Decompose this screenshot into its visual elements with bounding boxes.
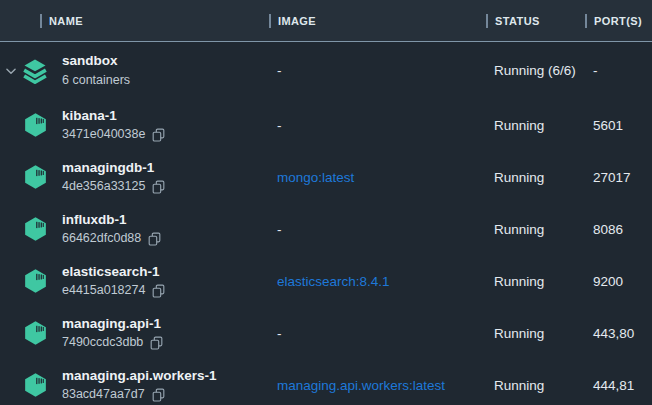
- row-type-icon: [21, 56, 49, 86]
- compose-stack-icon: [21, 56, 49, 86]
- container-subline: 6 containers: [62, 72, 130, 89]
- container-name: managing.api-1: [62, 315, 164, 333]
- copy-icon[interactable]: [151, 179, 166, 195]
- table-row[interactable]: managing.api-1 7490ccdc3dbb - Running 44…: [0, 307, 652, 359]
- row-type-icon: [21, 266, 49, 296]
- name-cell: managing.api.workers-1 83acd47aa7d7: [0, 359, 269, 405]
- column-divider: [40, 14, 42, 28]
- container-name: managingdb-1: [62, 159, 166, 177]
- name-block: kibana-1 3471e040038e: [62, 107, 166, 143]
- image-value: -: [269, 118, 486, 133]
- container-id: 4de356a33125: [62, 178, 145, 195]
- table-row[interactable]: influxdb-1 66462dfc0d88 - Running 8086: [0, 203, 652, 255]
- container-icon: [22, 370, 49, 400]
- column-header-status-label: STATUS: [495, 15, 540, 27]
- container-id: 6 containers: [62, 72, 130, 89]
- ports-value: 27017: [585, 170, 652, 185]
- container-icon: [22, 110, 49, 140]
- table-row[interactable]: sandbox 6 containers - Running (6/6) -: [0, 42, 652, 99]
- name-block: influxdb-1 66462dfc0d88: [62, 211, 162, 247]
- column-header-name-label: NAME: [49, 15, 83, 27]
- container-name: influxdb-1: [62, 211, 162, 229]
- row-type-icon: [21, 162, 49, 192]
- container-subline: e4415a018274: [62, 282, 166, 299]
- copy-icon[interactable]: [151, 387, 166, 403]
- table-row[interactable]: elasticsearch-1 e4415a018274 elasticsear…: [0, 255, 652, 307]
- container-name: sandbox: [62, 52, 130, 70]
- container-subline: 3471e040038e: [62, 126, 166, 143]
- status-value: Running: [486, 222, 585, 237]
- ports-value: 444,81: [585, 378, 652, 393]
- table-body: sandbox 6 containers - Running (6/6) -: [0, 42, 652, 405]
- column-header-name: NAME: [0, 0, 269, 41]
- column-header-status: STATUS: [486, 0, 585, 41]
- image-link[interactable]: managing.api.workers:latest: [269, 378, 486, 393]
- table-row[interactable]: kibana-1 3471e040038e - Running 5601: [0, 99, 652, 151]
- table-row[interactable]: managing.api.workers-1 83acd47aa7d7 mana…: [0, 359, 652, 405]
- column-header-image-label: IMAGE: [278, 15, 316, 27]
- column-header-image: IMAGE: [269, 0, 486, 41]
- status-value: Running: [486, 118, 585, 133]
- ports-value: 9200: [585, 274, 652, 289]
- ports-value: 5601: [585, 118, 652, 133]
- name-cell: managing.api-1 7490ccdc3dbb: [0, 307, 269, 359]
- container-icon: [22, 162, 49, 192]
- name-block: managing.api.workers-1 83acd47aa7d7: [62, 367, 217, 403]
- container-name: managing.api.workers-1: [62, 367, 217, 385]
- name-block: sandbox 6 containers: [62, 52, 130, 88]
- status-value: Running (6/6): [486, 63, 585, 78]
- container-id: 66462dfc0d88: [62, 230, 141, 247]
- container-id: 83acd47aa7d7: [62, 386, 145, 403]
- containers-table: NAME IMAGE STATUS PORT(S): [0, 0, 652, 405]
- name-cell: elasticsearch-1 e4415a018274: [0, 255, 269, 307]
- column-header-ports: PORT(S): [585, 0, 652, 41]
- image-value: -: [269, 326, 486, 341]
- name-cell: sandbox 6 containers: [0, 42, 269, 99]
- chevron-down-icon[interactable]: [4, 64, 18, 78]
- container-id: e4415a018274: [62, 282, 145, 299]
- container-id: 7490ccdc3dbb: [62, 334, 143, 351]
- container-subline: 66462dfc0d88: [62, 230, 162, 247]
- container-icon: [22, 318, 49, 348]
- column-header-ports-label: PORT(S): [594, 15, 642, 27]
- row-type-icon: [21, 110, 49, 140]
- table-row[interactable]: managingdb-1 4de356a33125 mongo:latest R…: [0, 151, 652, 203]
- column-divider: [486, 14, 488, 28]
- ports-value: -: [585, 63, 652, 78]
- status-value: Running: [486, 274, 585, 289]
- copy-icon[interactable]: [147, 231, 162, 247]
- status-value: Running: [486, 378, 585, 393]
- name-cell: influxdb-1 66462dfc0d88: [0, 203, 269, 255]
- container-subline: 7490ccdc3dbb: [62, 334, 164, 351]
- copy-icon[interactable]: [149, 335, 164, 351]
- container-icon: [22, 266, 49, 296]
- table-header: NAME IMAGE STATUS PORT(S): [0, 0, 652, 42]
- status-value: Running: [486, 170, 585, 185]
- name-block: managingdb-1 4de356a33125: [62, 159, 166, 195]
- image-link[interactable]: elasticsearch:8.4.1: [269, 274, 486, 289]
- row-type-icon: [21, 370, 49, 400]
- container-name: elasticsearch-1: [62, 263, 166, 281]
- image-link[interactable]: mongo:latest: [269, 170, 486, 185]
- ports-value: 8086: [585, 222, 652, 237]
- container-subline: 4de356a33125: [62, 178, 166, 195]
- ports-value: 443,80: [585, 326, 652, 341]
- container-id: 3471e040038e: [62, 126, 145, 143]
- copy-icon[interactable]: [151, 283, 166, 299]
- name-cell: managingdb-1 4de356a33125: [0, 151, 269, 203]
- name-block: managing.api-1 7490ccdc3dbb: [62, 315, 164, 351]
- image-value: -: [269, 222, 486, 237]
- copy-icon[interactable]: [151, 127, 166, 143]
- row-type-icon: [21, 214, 49, 244]
- name-cell: kibana-1 3471e040038e: [0, 99, 269, 151]
- column-divider: [269, 14, 271, 28]
- container-name: kibana-1: [62, 107, 166, 125]
- name-block: elasticsearch-1 e4415a018274: [62, 263, 166, 299]
- column-divider: [585, 14, 587, 28]
- container-subline: 83acd47aa7d7: [62, 386, 217, 403]
- image-value: -: [269, 63, 486, 78]
- row-type-icon: [21, 318, 49, 348]
- container-icon: [22, 214, 49, 244]
- status-value: Running: [486, 326, 585, 341]
